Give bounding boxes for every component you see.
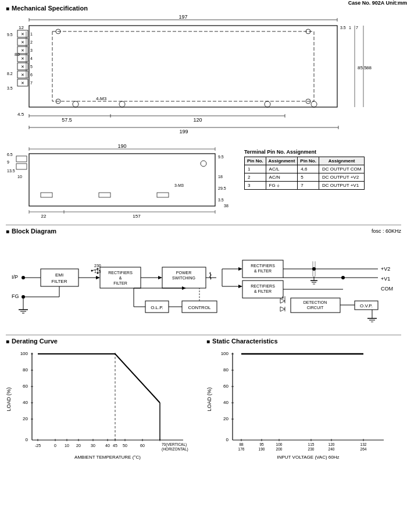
svg-text:INPUT VOLTAGE (VAC) 60Hz: INPUT VOLTAGE (VAC) 60Hz (277, 455, 340, 460)
svg-text:O.V.P.: O.V.P. (360, 303, 373, 308)
svg-point-106 (97, 268, 99, 270)
svg-point-42 (311, 101, 317, 107)
svg-text:132: 132 (360, 442, 367, 446)
svg-point-39 (73, 101, 78, 107)
svg-text:40: 40 (105, 444, 110, 448)
table-cell: AC/L (266, 165, 298, 173)
table-cell: 7 (298, 182, 319, 190)
svg-text:⌇: ⌇ (208, 271, 213, 281)
svg-text:9.5: 9.5 (218, 155, 224, 159)
svg-text:7: 7 (30, 81, 33, 85)
svg-text:7: 7 (356, 26, 358, 30)
svg-text:40: 40 (23, 400, 28, 405)
svg-text:9: 9 (7, 160, 9, 164)
svg-text:6: 6 (30, 73, 33, 77)
svg-text:20: 20 (23, 416, 28, 421)
svg-text:29.5: 29.5 (218, 186, 226, 190)
svg-text:57.5: 57.5 (62, 117, 72, 123)
svg-text:0: 0 (226, 437, 229, 442)
svg-rect-72 (99, 193, 110, 197)
svg-text:20: 20 (76, 444, 81, 448)
svg-text:40: 40 (223, 400, 229, 405)
svg-text:100: 100 (276, 442, 283, 446)
mech-svg-side: 6.5 9 190 13.5 10 9. (6, 143, 238, 219)
curves-row: Derating Curve 100 80 60 40 20 0 LOAD (%… (6, 335, 401, 464)
static-section: Static Characteristics 100 80 60 40 20 0… (206, 338, 401, 464)
svg-text:AMBIENT TEMPERATURE (°C): AMBIENT TEMPERATURE (°C) (74, 455, 141, 460)
svg-text:&: & (119, 276, 122, 280)
terminal-title: Terminal Pin No. Assignment (244, 149, 365, 155)
svg-text:190: 190 (259, 447, 265, 451)
svg-text:70(VERTICAL): 70(VERTICAL) (162, 442, 187, 447)
mech-svg-top: 197 12 ✕ 1 ✕ 2 ✕ 3 ✕ 4 ✕ 5 ✕ 6 ✕ 7 (6, 14, 401, 142)
block-diagram-section: Block Diagram fosc : 60KHz I/P FG EMI FI… (6, 225, 401, 331)
terminal-table-container: Terminal Pin No. Assignment Pin No. Assi… (244, 149, 365, 190)
svg-text:✕: ✕ (21, 56, 24, 61)
svg-text:I/P: I/P (12, 274, 18, 280)
svg-text:✕: ✕ (21, 65, 24, 69)
svg-text:-25: -25 (35, 444, 41, 448)
svg-marker-148 (280, 299, 285, 303)
svg-text:LOAD (%): LOAD (%) (206, 387, 212, 411)
svg-point-41 (265, 101, 270, 107)
svg-text:✕: ✕ (21, 40, 24, 44)
svg-text:13.5: 13.5 (7, 169, 15, 173)
svg-text:COM: COM (381, 286, 393, 292)
svg-text:& FILTER: & FILTER (254, 269, 272, 273)
svg-text:CIRCUIT: CIRCUIT (307, 306, 324, 310)
mech-drawing-top: 197 12 ✕ 1 ✕ 2 ✕ 3 ✕ 4 ✕ 5 ✕ 6 ✕ 7 (6, 14, 401, 143)
svg-text:EMI: EMI (55, 272, 63, 278)
svg-point-105 (91, 270, 93, 272)
svg-text:+V2: +V2 (381, 266, 390, 272)
svg-text:3.5: 3.5 (340, 26, 346, 30)
svg-text:115: 115 (308, 442, 315, 446)
svg-text:LOAD (%): LOAD (%) (6, 387, 12, 411)
static-title: Static Characteristics (212, 338, 278, 345)
svg-text:✕: ✕ (21, 81, 24, 85)
table-cell: DC OUTPUT +V1 (319, 182, 364, 190)
derating-section: Derating Curve 100 80 60 40 20 0 LOAD (%… (6, 338, 201, 464)
svg-text:6.5: 6.5 (7, 152, 13, 157)
block-diagram-svg: I/P FG EMI FILTER 230 115 RECTIFIERS & F… (6, 237, 401, 330)
svg-text:157: 157 (133, 214, 141, 219)
svg-point-144 (341, 276, 345, 279)
derating-svg: 100 80 60 40 20 0 LOAD (%) -25 0 10 (6, 347, 192, 463)
svg-text:RECTIFIERS: RECTIFIERS (251, 284, 275, 288)
th-pin2: Pin No. (298, 157, 319, 165)
svg-text:85.5: 85.5 (358, 65, 367, 70)
svg-text:3.5: 3.5 (218, 198, 224, 202)
svg-rect-71 (41, 193, 52, 197)
svg-text:190: 190 (117, 143, 126, 149)
svg-text:38: 38 (224, 204, 229, 208)
mech-spec-title: Mechanical Specification (12, 5, 88, 12)
svg-text:95: 95 (259, 442, 264, 446)
svg-text:RECTIFIERS: RECTIFIERS (108, 271, 133, 275)
svg-text:O.L.P.: O.L.P. (151, 305, 163, 310)
mech-drawing-side: 6.5 9 190 13.5 10 9. (6, 143, 238, 220)
case-note: Case No. 902A Unit:mm (348, 0, 407, 6)
svg-marker-101 (96, 276, 100, 279)
svg-text:100: 100 (20, 351, 28, 356)
svg-text:10: 10 (65, 444, 69, 448)
svg-text:60: 60 (140, 444, 145, 448)
derating-title: Derating Curve (12, 338, 58, 345)
svg-text:4: 4 (30, 56, 33, 61)
svg-point-87 (201, 161, 206, 166)
svg-text:60: 60 (23, 384, 28, 389)
table-cell: DC OUTPUT COM (319, 165, 364, 173)
svg-text:8.2: 8.2 (7, 72, 13, 76)
svg-text:240: 240 (329, 447, 335, 451)
svg-rect-60 (29, 154, 215, 206)
svg-text:(HORIZONTAL): (HORIZONTAL) (162, 447, 188, 452)
table-cell: 3 (245, 182, 266, 190)
svg-text:100: 100 (221, 351, 229, 356)
svg-text:✕: ✕ (21, 73, 24, 77)
svg-text:FILTER: FILTER (113, 281, 127, 285)
svg-text:12: 12 (19, 25, 24, 30)
dim-197: 197 (178, 14, 187, 20)
svg-text:3: 3 (30, 48, 33, 52)
svg-rect-1 (52, 31, 314, 101)
svg-text:80: 80 (223, 367, 229, 373)
th-assign2: Assignment (319, 157, 364, 165)
svg-marker-170 (182, 286, 186, 290)
